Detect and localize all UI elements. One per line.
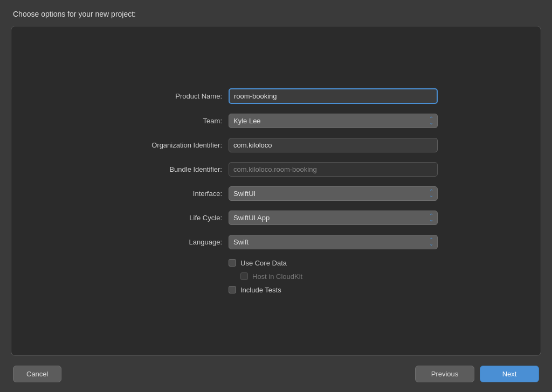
bundle-identifier-label: Bundle Identifier: — [114, 165, 222, 173]
language-row: Language: Swift Objective-C — [114, 235, 438, 249]
product-name-input[interactable] — [229, 88, 438, 104]
previous-button[interactable]: Previous — [415, 366, 474, 382]
team-row: Team: Kyle Lee Personal Team None — [114, 114, 438, 128]
next-button[interactable]: Next — [480, 366, 539, 382]
dialog-footer: Cancel Previous Next — [0, 356, 552, 392]
language-select[interactable]: Swift Objective-C — [229, 235, 438, 249]
org-identifier-label: Organization Identifier: — [114, 141, 222, 149]
lifecycle-select-wrapper: SwiftUI App UIKit App Delegate UIKit Sce… — [229, 211, 438, 225]
host-cloudkit-label: Host in CloudKit — [252, 272, 302, 281]
org-identifier-row: Organization Identifier: — [114, 138, 438, 152]
include-tests-label: Include Tests — [240, 286, 281, 294]
language-label: Language: — [114, 238, 222, 246]
org-identifier-input[interactable] — [229, 138, 438, 152]
bundle-identifier-field — [229, 162, 438, 177]
include-tests-checkbox[interactable] — [229, 286, 236, 293]
host-cloudkit-row: Host in CloudKit — [229, 272, 438, 281]
interface-row: Interface: SwiftUI Storyboard — [114, 186, 438, 201]
footer-right: Previous Next — [415, 366, 539, 382]
dialog-title-text: Choose options for your new project: — [13, 10, 136, 18]
interface-field: SwiftUI Storyboard — [229, 186, 438, 201]
team-select-wrapper: Kyle Lee Personal Team None — [229, 114, 438, 128]
dialog-content: Product Name: Team: Kyle Lee Personal Te… — [11, 26, 541, 356]
cancel-button[interactable]: Cancel — [13, 366, 61, 382]
bundle-identifier-input — [229, 162, 438, 177]
product-name-field — [229, 88, 438, 104]
lifecycle-select[interactable]: SwiftUI App UIKit App Delegate UIKit Sce… — [229, 211, 438, 225]
bundle-identifier-row: Bundle Identifier: — [114, 162, 438, 177]
language-select-wrapper: Swift Objective-C — [229, 235, 438, 249]
product-name-row: Product Name: — [114, 88, 438, 104]
form-container: Product Name: Team: Kyle Lee Personal Te… — [114, 88, 438, 294]
team-field: Kyle Lee Personal Team None — [229, 114, 438, 128]
lifecycle-row: Life Cycle: SwiftUI App UIKit App Delega… — [114, 211, 438, 225]
dialog-title: Choose options for your new project: — [0, 0, 552, 26]
checkboxes-area: Use Core Data Host in CloudKit Include T… — [229, 259, 438, 294]
product-name-label: Product Name: — [114, 92, 222, 100]
host-cloudkit-checkbox — [240, 272, 248, 280]
lifecycle-field: SwiftUI App UIKit App Delegate UIKit Sce… — [229, 211, 438, 225]
lifecycle-label: Life Cycle: — [114, 214, 222, 222]
use-core-data-checkbox[interactable] — [229, 259, 236, 267]
team-select[interactable]: Kyle Lee Personal Team None — [229, 114, 438, 128]
use-core-data-row: Use Core Data — [229, 259, 438, 267]
org-identifier-field — [229, 138, 438, 152]
use-core-data-label: Use Core Data — [240, 259, 287, 267]
team-label: Team: — [114, 117, 222, 125]
interface-select[interactable]: SwiftUI Storyboard — [229, 186, 438, 201]
interface-label: Interface: — [114, 190, 222, 198]
interface-select-wrapper: SwiftUI Storyboard — [229, 186, 438, 201]
include-tests-row: Include Tests — [229, 286, 438, 294]
language-field: Swift Objective-C — [229, 235, 438, 249]
